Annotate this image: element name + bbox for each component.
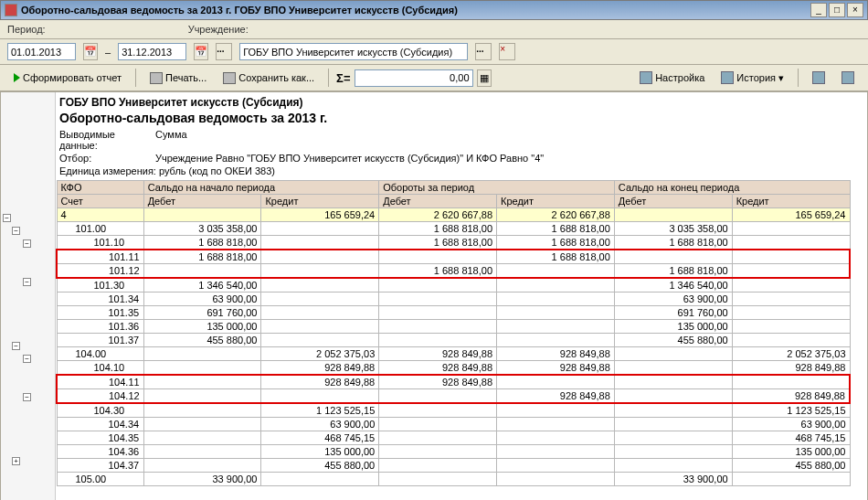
period-picker-button[interactable]: ... [216,43,232,60]
calendar-from-icon[interactable]: 📅 [83,43,98,60]
app-icon [5,4,17,16]
table-row[interactable]: 104.002 052 375,03928 849,88928 849,882 … [57,347,850,361]
titlebar: Оборотно-сальдовая ведомость за 2013 г. … [0,0,868,20]
table-row[interactable]: 101.111 688 818,001 688 818,00 [57,250,850,264]
table-row[interactable]: 104.35468 745,15468 745,15 [57,431,850,445]
print-button[interactable]: Печать... [143,68,213,88]
tree-toggle[interactable]: − [12,342,20,350]
col-begin-balance: Сальдо на начало периода [143,181,379,195]
col-turnover: Обороты за период [379,181,615,195]
table-row[interactable]: 101.121 688 818,001 688 818,00 [57,264,850,279]
help-button[interactable] [835,68,861,88]
sigma-label: Σ= [336,71,350,85]
settings-button[interactable]: Настройка [633,68,711,88]
tree-toggle[interactable]: + [12,457,20,465]
history-icon [721,71,734,84]
balance-table[interactable]: КФО Сальдо на начало периода Обороты за … [56,180,851,486]
table-row[interactable]: 101.37455 880,00455 880,00 [57,334,850,347]
history-button[interactable]: История ▾ [715,68,790,88]
filter-value: Учреждение Равно "ГОБУ ВПО Университет и… [155,153,544,164]
tree-outline: − − − − − − − + [1,92,56,500]
window-title: Оборотно-сальдовая ведомость за 2013 г. … [21,5,809,16]
filter-label: Отбор: [59,153,155,164]
table-row[interactable]: 104.12928 849,88928 849,88 [57,389,850,404]
table-row[interactable]: 4165 659,242 620 667,882 620 667,88165 6… [57,208,850,222]
table-row[interactable]: 101.003 035 358,001 688 818,001 688 818,… [57,222,850,236]
params-bar: Период: Учреждение: [0,20,868,39]
tree-toggle[interactable]: − [23,393,31,401]
institution-picker-button[interactable]: ... [475,43,492,60]
report-area: − − − − − − − + ГОБУ ВПО Университет иск… [0,91,868,500]
table-row[interactable]: 101.301 346 540,001 346 540,00 [57,278,850,293]
form-report-button[interactable]: Сформировать отчет [7,68,128,88]
unit-label: Единица измерения: рубль (код по ОКЕИ 38… [59,165,275,176]
date-to-input[interactable] [118,43,186,60]
institution-input[interactable] [239,43,468,60]
institution-label: Учреждение: [188,24,249,35]
table-row[interactable]: 105.0033 900,0033 900,00 [57,473,850,486]
table-row[interactable]: 104.37455 880,00455 880,00 [57,459,850,473]
sum-input[interactable] [355,69,473,87]
report-title: Оборотно-сальдовая ведомость за 2013 г. [59,111,863,125]
table-row[interactable]: 101.36135 000,00135 000,00 [57,320,850,334]
chevron-down-icon: ▾ [778,72,784,84]
table-row[interactable]: 104.11928 849,88928 849,88 [57,375,850,389]
wrench-icon [812,71,825,84]
play-icon [14,73,20,82]
report-org: ГОБУ ВПО Университет искусств (Субсидия) [59,96,863,109]
col-account: Счет [57,195,143,208]
date-from-input[interactable] [7,43,76,60]
table-row[interactable]: 104.3463 900,0063 900,00 [57,418,850,431]
table-row[interactable]: 104.10928 849,88928 849,88928 849,88928 … [57,361,850,376]
table-row[interactable]: 101.35691 760,00691 760,00 [57,306,850,320]
save-as-button[interactable]: Сохранить как... [217,68,321,88]
tree-toggle[interactable]: − [12,227,20,235]
period-label: Период: [7,24,46,35]
question-icon [842,71,854,84]
settings-icon [640,71,652,84]
institution-clear-button[interactable]: × [499,43,515,60]
disk-icon [223,72,236,84]
table-row[interactable]: 104.301 123 525,151 123 525,15 [57,403,850,418]
output-label: Выводимые данные: [59,129,155,151]
maximize-button[interactable]: □ [829,3,845,17]
sum-calc-icon[interactable]: ▦ [477,69,492,87]
tree-toggle[interactable]: − [23,355,31,363]
table-row[interactable]: 101.3463 900,0063 900,00 [57,293,850,306]
minimize-button[interactable]: _ [810,3,827,17]
tree-toggle[interactable]: − [3,214,11,222]
close-button[interactable]: × [847,3,863,17]
toolbar: Сформировать отчет Печать... Сохранить к… [0,65,868,91]
tree-toggle[interactable]: − [23,239,31,248]
params-inputs: 📅 – 📅 ... ... × [0,39,868,65]
table-row[interactable]: 101.101 688 818,001 688 818,001 688 818,… [57,236,850,250]
output-value: Сумма [155,129,187,151]
tree-toggle[interactable]: − [23,278,31,286]
table-row[interactable]: 104.36135 000,00135 000,00 [57,445,850,459]
col-kfo: КФО [57,181,143,195]
calendar-to-icon[interactable]: 📅 [194,43,208,60]
report-content: ГОБУ ВПО Университет искусств (Субсидия)… [56,92,867,500]
printer-icon [150,72,163,84]
tool1-button[interactable] [806,68,831,88]
col-end-balance: Сальдо на конец периода [614,181,850,195]
